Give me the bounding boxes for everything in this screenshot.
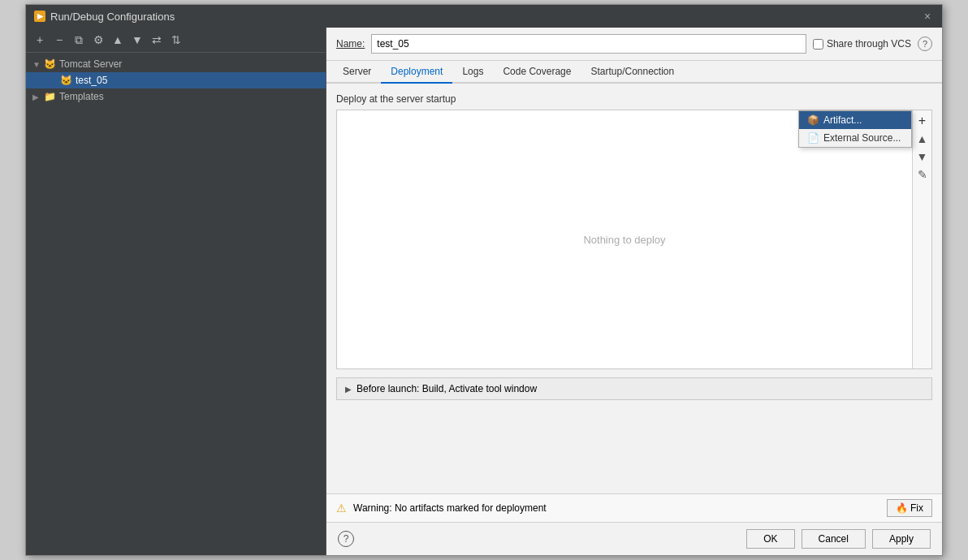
cancel-button[interactable]: Cancel	[802, 529, 866, 549]
left-panel: + − ⧉ ⚙ ▲ ▼ ⇄ ⇅ ▼ 🐱 Tomcat Server	[26, 28, 326, 555]
warning-text: Warning: No artifacts marked for deploym…	[353, 502, 547, 514]
name-row: Name: Share through VCS ?	[326, 28, 942, 61]
bottom-bar: ? OK Cancel Apply	[326, 522, 942, 555]
tab-content-deployment: Deploy at the server startup Nothing to …	[326, 84, 942, 493]
share-checkbox-area: Share through VCS	[813, 38, 911, 50]
dropdown-external-source[interactable]: 📄 External Source...	[799, 129, 911, 147]
deploy-controls: + ▲ ▼ ✎	[912, 110, 931, 368]
tab-server[interactable]: Server	[333, 61, 381, 84]
ok-button[interactable]: OK	[746, 529, 794, 549]
config-tree: ▼ 🐱 Tomcat Server 🐱 test_05 ▶ 📁 Template…	[26, 53, 326, 555]
deploy-move-down-button[interactable]: ▼	[914, 148, 931, 166]
test05-icon: 🐱	[60, 75, 72, 86]
tree-label-tomcat: Tomcat Server	[59, 58, 122, 70]
warning-bar: ⚠ Warning: No artifacts marked for deplo…	[326, 493, 942, 522]
sort-config-button[interactable]: ⇅	[167, 31, 185, 49]
deploy-edit-button[interactable]: ✎	[914, 166, 931, 183]
deploy-section-label: Deploy at the server startup	[336, 93, 932, 105]
help-button[interactable]: ?	[338, 531, 354, 547]
close-button[interactable]: ×	[921, 10, 934, 23]
deploy-dropdown-menu: 📦 Artifact... 📄 External Source...	[798, 110, 912, 148]
share-label: Share through VCS	[827, 38, 911, 50]
settings-config-button[interactable]: ⚙	[89, 31, 107, 49]
run-debug-dialog: ▶ Run/Debug Configurations × + − ⧉ ⚙ ▲ ▼…	[25, 4, 943, 556]
apply-button[interactable]: Apply	[872, 529, 931, 549]
dialog-icon: ▶	[34, 11, 45, 22]
tree-toolbar: + − ⧉ ⚙ ▲ ▼ ⇄ ⇅	[26, 28, 326, 53]
deploy-add-button[interactable]: +	[914, 112, 931, 130]
tree-label-test05: test_05	[76, 75, 107, 86]
remove-config-button[interactable]: −	[50, 31, 68, 49]
deploy-section: Deploy at the server startup Nothing to …	[336, 93, 932, 369]
artifact-icon: 📦	[807, 114, 819, 126]
before-launch-arrow: ▶	[345, 385, 352, 394]
share-checkbox[interactable]	[813, 39, 823, 50]
right-panel: Name: Share through VCS ? Server Deploym…	[326, 28, 942, 555]
tab-startup[interactable]: Startup/Connection	[581, 61, 684, 84]
before-launch-section[interactable]: ▶ Before launch: Build, Activate tool wi…	[336, 377, 932, 400]
tree-label-templates: Templates	[59, 91, 104, 102]
before-launch-label: Before launch: Build, Activate tool wind…	[357, 383, 537, 394]
deploy-empty-label: Nothing to deploy	[337, 110, 912, 368]
tree-arrow-templates: ▶	[32, 93, 41, 101]
title-bar: ▶ Run/Debug Configurations ×	[26, 5, 942, 28]
tree-item-templates[interactable]: ▶ 📁 Templates	[26, 88, 326, 105]
name-label: Name:	[336, 38, 365, 50]
share-help-button[interactable]: ?	[918, 37, 932, 51]
dropdown-artifact[interactable]: 📦 Artifact...	[799, 111, 911, 129]
content-area: + − ⧉ ⚙ ▲ ▼ ⇄ ⇅ ▼ 🐱 Tomcat Server	[26, 28, 942, 555]
deploy-area: Nothing to deploy + ▲ ▼ ✎ 📦 A	[336, 110, 932, 369]
name-input[interactable]	[371, 34, 806, 54]
move-down-button[interactable]: ▼	[128, 31, 146, 49]
templates-icon: 📁	[44, 91, 56, 102]
warning-icon: ⚠	[336, 502, 347, 515]
external-source-icon: 📄	[807, 132, 819, 144]
bottom-buttons: OK Cancel Apply	[746, 529, 931, 549]
tree-arrow-tomcat: ▼	[32, 60, 41, 69]
move-config-button[interactable]: ⇄	[148, 31, 166, 49]
tab-logs[interactable]: Logs	[452, 61, 493, 84]
move-up-button[interactable]: ▲	[109, 31, 127, 49]
tree-item-tomcat[interactable]: ▼ 🐱 Tomcat Server	[26, 56, 326, 72]
deploy-move-up-button[interactable]: ▲	[914, 130, 931, 148]
tabs-bar: Server Deployment Logs Code Coverage Sta…	[326, 61, 942, 84]
tab-deployment[interactable]: Deployment	[381, 61, 452, 84]
copy-config-button[interactable]: ⧉	[70, 31, 88, 49]
dialog-title: Run/Debug Configurations	[50, 11, 175, 23]
fix-button[interactable]: 🔥 Fix	[887, 499, 932, 517]
title-bar-left: ▶ Run/Debug Configurations	[34, 11, 175, 23]
tree-item-test05[interactable]: 🐱 test_05	[26, 72, 326, 88]
add-config-button[interactable]: +	[31, 31, 49, 49]
tab-code-coverage[interactable]: Code Coverage	[493, 61, 581, 84]
tomcat-icon: 🐱	[44, 58, 56, 70]
